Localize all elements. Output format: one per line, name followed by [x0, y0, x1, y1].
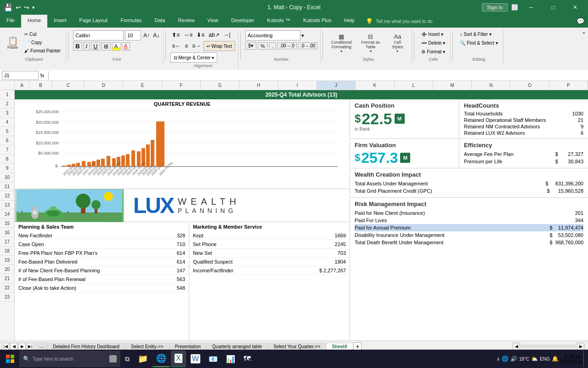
col-f[interactable]: F — [162, 81, 201, 90]
horizontal-scroll-left[interactable]: ◀ — [513, 343, 520, 350]
col-n[interactable]: N — [472, 81, 510, 90]
row-18[interactable]: 18 — [0, 247, 14, 256]
cut-button[interactable]: ✂ Cut — [22, 30, 63, 38]
tray-arrow-icon[interactable]: ∧ — [497, 356, 500, 362]
taskbar-word[interactable]: W — [187, 351, 204, 367]
row-9[interactable]: 9 — [0, 164, 14, 173]
sheet-prev-button[interactable]: ◀ — [10, 343, 17, 350]
wrap-text-button[interactable]: ↵ Wrap Text — [204, 41, 235, 51]
row-19[interactable]: 19 — [0, 256, 14, 265]
font-size-box[interactable]: 10 — [125, 30, 141, 40]
tab-presentation[interactable]: Presentation — [169, 343, 206, 350]
function-icon[interactable]: fx — [40, 73, 45, 78]
tab-kutools[interactable]: Kutools ™ — [260, 15, 297, 28]
row-4[interactable]: 4 — [0, 118, 14, 127]
row-10[interactable]: 10 — [0, 173, 14, 182]
row-3[interactable]: 3 — [0, 109, 14, 118]
increase-font-icon[interactable]: A↑ — [142, 31, 151, 40]
tab-sheet4[interactable]: Sheet4 — [326, 343, 353, 350]
copy-button[interactable]: 📄 Copy — [22, 39, 63, 46]
col-l[interactable]: L — [395, 81, 433, 90]
taskbar-file-explorer[interactable]: 📁 — [134, 351, 152, 367]
horizontal-scroll-right[interactable]: ▶ — [577, 343, 584, 350]
conditional-formatting-button[interactable]: ▦ Conditional Formatting ▾ — [328, 30, 355, 56]
percent-icon[interactable]: % — [258, 42, 268, 50]
tab-select-entity[interactable]: Select Entity->> — [125, 343, 169, 350]
ribbon-display-icon[interactable]: ⬜ — [511, 4, 518, 11]
delete-button[interactable]: ➖ Delete ▾ — [419, 39, 447, 47]
sort-filter-button[interactable]: ↕ Sort & Filter ▾ — [458, 30, 494, 38]
col-k[interactable]: K — [356, 81, 394, 90]
font-color-icon[interactable]: A — [122, 42, 130, 51]
sign-in-button[interactable]: Sign in — [482, 3, 508, 12]
decrease-decimal-icon[interactable]: .00→.0 — [277, 42, 297, 49]
sheet-first-button[interactable]: |◀ — [2, 343, 9, 350]
tab-select-quarter[interactable]: Select Your Quarter->> — [267, 343, 326, 350]
taskbar-app1[interactable]: 📧 — [205, 351, 221, 367]
row-13[interactable]: 13 — [0, 201, 14, 210]
col-g[interactable]: G — [201, 81, 239, 90]
tab-insert[interactable]: Insert — [47, 15, 73, 28]
col-p[interactable]: P — [549, 81, 588, 90]
notification-icon[interactable]: 🔔 — [552, 356, 559, 362]
row-11[interactable]: 11 — [0, 182, 14, 191]
tab-help[interactable]: Help — [338, 15, 361, 28]
row-2[interactable]: 2 — [0, 99, 14, 109]
customize-qat-icon[interactable]: ▾ — [32, 5, 35, 11]
row-12[interactable]: 12 — [0, 191, 14, 201]
start-button[interactable] — [2, 351, 18, 367]
bold-button[interactable]: B — [73, 42, 82, 51]
tab-formulas[interactable]: Formulas — [114, 15, 148, 28]
merge-center-button[interactable]: ⊟ Merge & Center ▾ — [170, 52, 217, 63]
task-view-button[interactable]: ⧉ — [121, 351, 133, 367]
underline-button[interactable]: U — [91, 42, 100, 51]
row-1[interactable]: 1 — [0, 90, 14, 99]
taskbar-chrome[interactable]: 🌐 — [153, 351, 170, 367]
network-icon[interactable]: 🌐 — [502, 356, 509, 362]
search-bar[interactable]: 🔍 Type here to search — [19, 351, 120, 367]
indent-icon[interactable]: →| — [222, 30, 232, 40]
merge-dropdown-icon[interactable]: ▾ — [212, 55, 214, 60]
row-8[interactable]: 8 — [0, 155, 14, 164]
align-right-icon[interactable]: ≡→ — [191, 41, 202, 51]
col-m[interactable]: M — [433, 81, 472, 90]
row-20[interactable]: 20 — [0, 265, 14, 274]
col-d[interactable]: D — [85, 81, 123, 90]
sheet-last-button[interactable]: ▶| — [27, 343, 34, 350]
decrease-font-icon[interactable]: A↓ — [152, 31, 160, 40]
orientation-icon[interactable]: ab↗ — [207, 30, 220, 40]
format-as-table-button[interactable]: ⊟ Format as Table ▾ — [358, 30, 383, 56]
row-14[interactable]: 14 — [0, 210, 14, 219]
col-o[interactable]: O — [510, 81, 549, 90]
sheet-next-button[interactable]: ▶ — [18, 343, 26, 350]
undo-icon[interactable]: ↩ — [16, 4, 21, 11]
paste-button[interactable]: 📋 Paste — [5, 30, 21, 56]
tab-view[interactable]: View — [201, 15, 225, 28]
cond-format-dropdown[interactable]: ▾ — [340, 49, 342, 53]
align-middle-icon[interactable]: ↔≡ — [182, 30, 194, 40]
fill-color-icon[interactable]: A — [112, 42, 120, 51]
maximize-button[interactable]: □ — [544, 0, 562, 15]
taskbar-app2[interactable]: 📊 — [222, 351, 239, 367]
col-e[interactable]: E — [123, 81, 162, 90]
row-7[interactable]: 7 — [0, 145, 14, 155]
align-center-icon[interactable]: ≡ — [183, 41, 189, 51]
horizontal-scrollbar-track[interactable] — [521, 345, 576, 348]
format-table-dropdown[interactable]: ▾ — [370, 49, 372, 53]
accounting-format-icon[interactable]: $▾ — [245, 42, 256, 50]
increase-decimal-icon[interactable]: .0→.00 — [298, 42, 317, 49]
minimize-button[interactable]: ─ — [522, 0, 540, 15]
row-15[interactable]: 15 — [0, 219, 14, 228]
tab-file[interactable]: File — [0, 15, 21, 28]
volume-icon[interactable]: 🔊 — [510, 356, 517, 362]
taskbar-excel[interactable]: X — [171, 351, 186, 367]
align-bottom-icon[interactable]: ⬇≡ — [195, 30, 206, 40]
taskbar-clock[interactable]: 5:49 am 27/02/2023 — [560, 354, 582, 364]
tab-data[interactable]: Data — [148, 15, 171, 28]
align-top-icon[interactable]: ⬆≡ — [170, 30, 181, 40]
col-i[interactable]: I — [278, 81, 317, 90]
col-b[interactable]: B — [29, 81, 52, 90]
tab-detailed[interactable]: Detailed Firm History Dashboard — [47, 343, 125, 350]
row-5[interactable]: 5 — [0, 127, 14, 136]
comma-icon[interactable]: , — [269, 42, 276, 50]
